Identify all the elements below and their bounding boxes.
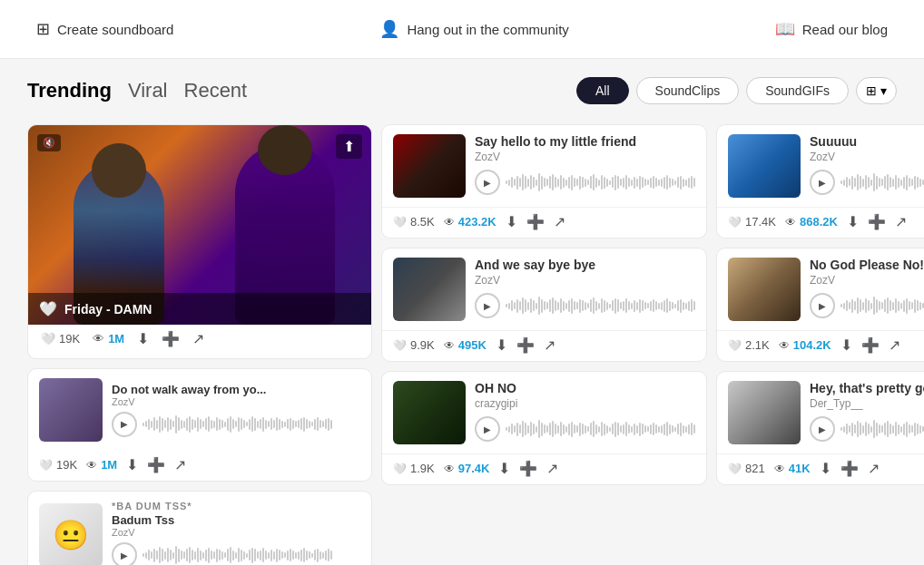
heart-icon: 🤍 <box>728 216 742 229</box>
waveform-area: ▶ <box>810 169 924 196</box>
download-button[interactable]: ⬇ <box>137 330 149 347</box>
heart-icon: 🤍 <box>39 300 57 317</box>
card-inner: Hey, that's pretty good Der_Typ__ ▶ <box>717 372 924 453</box>
filter-pills: All SoundClips SoundGIFs ⊞ ▾ <box>576 77 897 104</box>
download-button[interactable]: ⬇ <box>840 336 852 354</box>
create-soundboard-link[interactable]: ⊞ Create soundboard <box>36 19 173 39</box>
play-button[interactable]: ▶ <box>810 293 835 318</box>
add-button[interactable]: ➕ <box>526 213 545 230</box>
eye-icon: 👁 <box>86 459 97 472</box>
card-title: Hey, that's pretty good <box>810 381 924 395</box>
card-info: Say hello to my little friend ZozV ▶ <box>475 134 695 196</box>
play-button[interactable]: ▶ <box>475 416 500 442</box>
community-link[interactable]: 👤 Hang out in the community <box>379 19 568 39</box>
card-author: ZozV <box>475 274 695 287</box>
book-icon: 📖 <box>775 19 795 39</box>
featured-title-bar: 🤍 Friday - DAMN <box>28 293 371 325</box>
likes-count: 2.1K <box>745 338 770 352</box>
tab-trending[interactable]: Trending <box>27 75 128 106</box>
tab-viral[interactable]: Viral <box>128 75 184 106</box>
play-button[interactable]: ▶ <box>810 170 835 195</box>
views-count: 1M <box>101 458 117 472</box>
likes-stat: 🤍 1.9K <box>393 462 435 475</box>
share-button[interactable]: ↗ <box>546 460 558 477</box>
eye-icon: 👁 <box>93 332 104 346</box>
list-item: 😐 *BA DUM TSS* Badum Tss ZozV ▶ 🤍 1.1K <box>27 491 372 565</box>
card-title: Suuuuu <box>810 134 924 149</box>
add-button[interactable]: ➕ <box>516 336 535 354</box>
share-button[interactable]: ↗ <box>895 213 907 230</box>
chevron-down-icon: ▾ <box>880 83 887 98</box>
add-button[interactable]: ➕ <box>868 213 886 230</box>
share-button[interactable]: ↗ <box>889 336 900 354</box>
add-button[interactable]: ➕ <box>840 460 859 477</box>
card-title: Badum Tss <box>112 513 360 527</box>
featured-image: 🔇 ⬆ 🤍 Friday - DAMN <box>28 125 371 325</box>
likes-count: 9.9K <box>410 338 435 352</box>
play-button[interactable]: ▶ <box>112 542 137 565</box>
list-item: OH NO crazygipi ▶ 🤍 1.9K 👁 97.4K <box>381 371 707 485</box>
featured-stats: 🤍 19K 👁 1M ⬇ ➕ ↗ <box>28 325 371 358</box>
card-title: Say hello to my little friend <box>475 134 695 149</box>
waveform-area: ▶ <box>475 292 695 319</box>
heart-icon: 🤍 <box>393 216 407 229</box>
waveform-area: ▶ <box>112 411 360 438</box>
download-button[interactable]: ⬇ <box>847 213 859 230</box>
share-button[interactable]: ↗ <box>544 336 555 354</box>
blog-label: Read our blog <box>802 22 888 37</box>
filter-soundclips[interactable]: SoundClips <box>636 77 740 104</box>
featured-card: 🔇 ⬆ 🤍 Friday - DAMN 🤍 19K 👁 1M <box>27 124 372 359</box>
views-count: 868.2K <box>800 215 838 229</box>
tabs-row: Trending Viral Recent All SoundClips Sou… <box>0 59 924 115</box>
play-button[interactable]: ▶ <box>112 412 137 437</box>
list-item: Hey, that's pretty good Der_Typ__ ▶ 🤍 82… <box>716 371 924 485</box>
create-soundboard-label: Create soundboard <box>57 22 173 37</box>
featured-title: Friday - DAMN <box>64 302 152 317</box>
share-button[interactable]: ↗ <box>868 460 880 477</box>
card-author: Der_Typ__ <box>810 397 924 410</box>
download-button[interactable]: ⬇ <box>126 456 138 473</box>
download-button[interactable]: ⬇ <box>506 213 517 230</box>
download-button[interactable]: ⬇ <box>498 460 510 477</box>
mute-button[interactable]: 🔇 <box>37 134 61 151</box>
grid-icon: ⊞ <box>36 19 50 39</box>
tab-recent[interactable]: Recent <box>184 75 264 106</box>
heart-icon: 🤍 <box>728 339 742 352</box>
likes-count: 8.5K <box>410 215 435 229</box>
download-button[interactable]: ⬇ <box>496 336 507 354</box>
share-button-sm[interactable]: ↗ <box>192 330 204 347</box>
card-author: ZozV <box>475 151 695 163</box>
views-stat: 👁 868.2K <box>785 215 838 229</box>
add-button[interactable]: ➕ <box>519 460 537 477</box>
thumbnail <box>393 381 466 444</box>
filter-soundgifs[interactable]: SoundGIFs <box>746 77 849 104</box>
likes-stat: 🤍 2.1K <box>728 338 770 352</box>
likes-stat: 🤍 9.9K <box>393 338 435 352</box>
waveform <box>840 415 924 443</box>
heart-icon: 🤍 <box>39 459 53 472</box>
play-button[interactable]: ▶ <box>475 170 500 195</box>
views-count: 495K <box>458 338 487 352</box>
list-item: Do not walk away from yo... ZozV ▶ 🤍 19K… <box>27 368 372 482</box>
card-stats: 🤍 821 👁 41K ⬇ ➕ ↗ <box>717 454 924 484</box>
add-button[interactable]: ➕ <box>861 336 880 354</box>
share-button[interactable]: ⬆ <box>336 134 362 159</box>
add-button[interactable]: ➕ <box>162 330 180 347</box>
play-button[interactable]: ▶ <box>475 293 500 318</box>
thumbnail <box>728 381 801 444</box>
thumbnail <box>728 258 801 321</box>
play-button[interactable]: ▶ <box>810 416 835 442</box>
filter-all[interactable]: All <box>576 77 629 104</box>
waveform <box>143 411 360 438</box>
share-button[interactable]: ↗ <box>554 213 565 230</box>
blog-link[interactable]: 📖 Read our blog <box>775 19 888 39</box>
add-button[interactable]: ➕ <box>147 456 165 473</box>
share-button[interactable]: ↗ <box>174 456 186 473</box>
mute-icon: 🔇 <box>43 137 55 149</box>
card-stats: 🤍 1.9K 👁 97.4K ⬇ ➕ ↗ <box>382 454 706 484</box>
views-stat: 👁 1M <box>93 332 124 346</box>
right-column: Suuuuu ZozV ▶ 🤍 17.4K 👁 868.2K <box>716 124 924 565</box>
grid-view-toggle[interactable]: ⊞ ▾ <box>856 77 897 104</box>
heart-icon: 🤍 <box>728 463 742 475</box>
download-button[interactable]: ⬇ <box>820 460 831 477</box>
